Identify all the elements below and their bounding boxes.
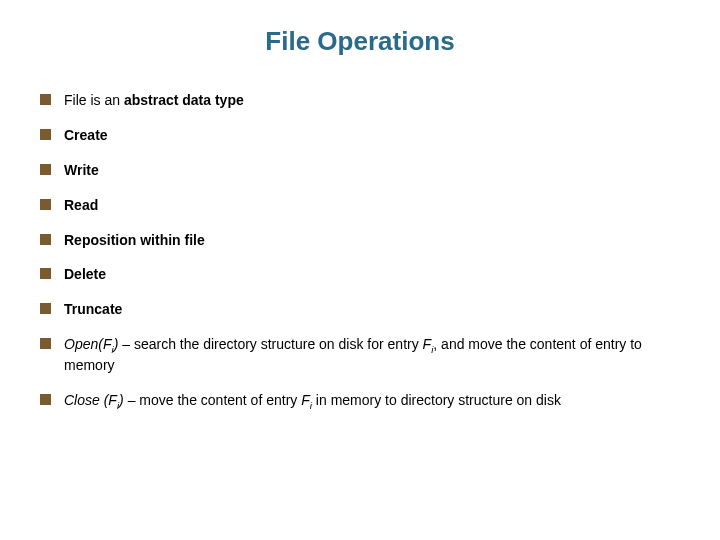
slide: File Operations File is an abstract data… xyxy=(0,0,720,540)
bullet-list: File is an abstract data type Create Wri… xyxy=(40,91,680,412)
list-item: Open(Fi) – search the directory structur… xyxy=(40,335,680,375)
list-item: File is an abstract data type xyxy=(40,91,680,110)
item-text: – move the content of entry xyxy=(124,392,301,408)
item-var: Fi xyxy=(301,392,312,408)
list-item: Delete xyxy=(40,265,680,284)
page-title: File Operations xyxy=(40,26,680,57)
item-text: Truncate xyxy=(64,301,122,317)
item-func: Open(Fi) xyxy=(64,336,118,352)
item-text: Read xyxy=(64,197,98,213)
item-text: in memory to directory structure on disk xyxy=(312,392,561,408)
item-text: File is an xyxy=(64,92,124,108)
list-item: Write xyxy=(40,161,680,180)
item-text: Create xyxy=(64,127,108,143)
item-func: Close (Fi) xyxy=(64,392,124,408)
list-item: Read xyxy=(40,196,680,215)
item-text: Write xyxy=(64,162,99,178)
list-item: Close (Fi) – move the content of entry F… xyxy=(40,391,680,412)
list-item: Create xyxy=(40,126,680,145)
item-var: Fi xyxy=(423,336,434,352)
list-item: Reposition within file xyxy=(40,231,680,250)
item-text: Reposition within file xyxy=(64,232,205,248)
list-item: Truncate xyxy=(40,300,680,319)
item-text-bold: abstract data type xyxy=(124,92,244,108)
item-text: – search the directory structure on disk… xyxy=(118,336,422,352)
item-text: Delete xyxy=(64,266,106,282)
